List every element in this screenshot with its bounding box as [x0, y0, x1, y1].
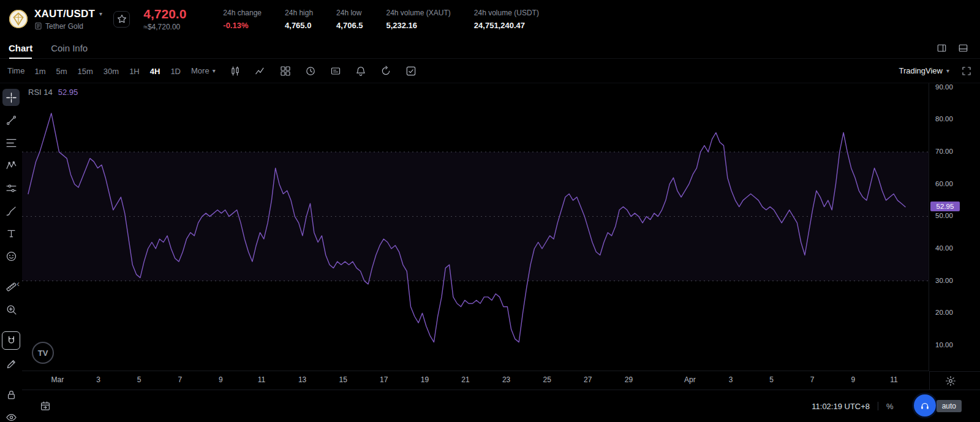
time-scale-tick: 9	[219, 375, 223, 384]
clock[interactable]: 11:02:19 UTC+8	[812, 402, 870, 411]
tradingview-mode-button[interactable]: TradingView ▾	[899, 66, 949, 75]
lock-icon	[6, 389, 17, 401]
tradingview-logo[interactable]: TV	[32, 342, 54, 364]
lock-drawings-tool[interactable]	[2, 386, 20, 403]
brush-tool[interactable]	[2, 202, 20, 219]
interval-15m[interactable]: 15m	[78, 67, 93, 76]
time-scale-tick: 13	[298, 375, 306, 384]
trade-panel-icon[interactable]	[330, 65, 342, 77]
coin-logo	[9, 9, 28, 29]
magnet-icon	[6, 335, 17, 347]
interval-1d[interactable]: 1D	[170, 67, 181, 76]
price-scale-tick: 90.00	[935, 83, 953, 91]
interval-1m[interactable]: 1m	[34, 67, 45, 76]
price-scale-tick: 80.00	[935, 115, 953, 122]
pair-dropdown-caret[interactable]: ▾	[99, 11, 102, 17]
stat-24h-volume-usdt-: 24h volume (USDT) 24,751,240.47	[474, 9, 539, 30]
time-scale-tick: 7	[178, 375, 182, 384]
pair-title: XAUT/USDT	[34, 8, 95, 20]
interval-clock-icon[interactable]	[304, 65, 317, 77]
replay-icon[interactable]	[380, 65, 392, 77]
tab-chart[interactable]: Chart	[9, 38, 32, 58]
support-button[interactable]	[914, 394, 936, 416]
indicators-icon[interactable]	[254, 65, 266, 77]
trend-line-tool[interactable]	[2, 111, 20, 129]
fullscreen-button[interactable]	[960, 65, 973, 77]
scale-settings-corner	[929, 371, 980, 390]
magnet-tool[interactable]	[2, 331, 20, 350]
tradingview-label: TradingView	[899, 66, 943, 75]
divider	[878, 402, 878, 410]
xabcd-pattern-tool[interactable]	[2, 157, 20, 174]
scale-settings-gear-icon[interactable]	[944, 375, 957, 387]
rsi-chart[interactable]	[22, 83, 929, 371]
time-scale-tick: 5	[769, 375, 774, 384]
price-fiat-approx: ≈$4,720.00	[143, 23, 205, 31]
drawing-toolbar	[0, 83, 22, 422]
stat-24h-change: 24h change -0.13%	[223, 9, 262, 30]
fib-retracement-tool[interactable]	[2, 134, 20, 151]
stat-label: 24h volume (XAUT)	[386, 9, 450, 17]
price-scale-tick: 60.00	[935, 180, 953, 187]
auto-scale-button[interactable]: auto	[937, 400, 962, 412]
toggle-visibility-tool[interactable]	[2, 409, 20, 422]
tab-coin-info[interactable]: Coin Info	[51, 38, 88, 58]
panel-right-icon[interactable]	[935, 42, 948, 55]
indicator-name: RSI 14	[28, 88, 53, 97]
alert-bell-icon[interactable]	[355, 65, 367, 77]
price-scale[interactable]: 90.0080.0070.0060.0050.0040.0030.0020.00…	[929, 83, 980, 371]
favorite-button[interactable]	[113, 11, 130, 28]
zoom-in-tool[interactable]	[2, 301, 20, 318]
time-scale-tick: 9	[851, 375, 855, 384]
layout-grid-icon[interactable]	[279, 65, 292, 77]
interval-4h[interactable]: 4H	[150, 67, 160, 76]
ruler-icon	[6, 281, 17, 293]
time-scale-tick: 3	[729, 375, 733, 384]
order-confirm-icon[interactable]	[405, 65, 417, 77]
text-tool[interactable]	[2, 225, 20, 242]
time-scale-tick: Mar	[51, 375, 64, 384]
eye-icon	[6, 412, 17, 422]
hide-drawings-tool[interactable]	[2, 355, 20, 372]
stat-24h-volume-xaut-: 24h volume (XAUT) 5,232.16	[386, 9, 450, 30]
sliders-icon	[6, 183, 17, 194]
time-scale-tick: 11	[890, 375, 897, 384]
header: XAUT/USDT ▾ Tether Gold 4,720.0 ≈$4,720.…	[0, 0, 980, 38]
stat-value: 4,765.0	[285, 21, 313, 30]
audit-icon	[34, 22, 42, 30]
candle-style-icon[interactable]	[229, 65, 241, 77]
text-icon	[6, 228, 17, 239]
emoji-tool[interactable]	[2, 247, 20, 265]
long-short-tool[interactable]	[2, 179, 20, 197]
time-scale-tick: 15	[339, 375, 347, 384]
chart-area: RSI 14 52.95 TV	[22, 83, 929, 371]
trading-chart-page: XAUT/USDT ▾ Tether Gold 4,720.0 ≈$4,720.…	[0, 0, 980, 422]
crosshair-tool[interactable]	[2, 89, 20, 106]
time-scale[interactable]: Mar357911131517192123252729Apr357911	[22, 371, 929, 390]
price-scale-tick: 30.00	[935, 277, 953, 284]
interval-30m[interactable]: 30m	[104, 67, 119, 76]
percent-scale-button[interactable]: %	[886, 402, 894, 411]
zoom-in-icon	[6, 304, 17, 315]
sidebar-collapse-chevron[interactable]: ‹	[17, 279, 20, 288]
chart-toolbar: Time 1m5m15m30m1H4H1D More ▾ TradingView…	[0, 59, 980, 83]
stat-label: 24h change	[223, 9, 262, 17]
interval-5m[interactable]: 5m	[56, 67, 67, 76]
panel-bottom-icon[interactable]	[957, 42, 969, 55]
ticker-stats: 24h change -0.13%24h high 4,765.024h low…	[223, 9, 539, 30]
more-label: More	[191, 66, 209, 75]
more-intervals-button[interactable]: More ▾	[191, 66, 216, 75]
price-scale-tick: 50.00	[935, 212, 953, 219]
stat-value: 24,751,240.47	[474, 21, 539, 30]
price-scale-tick: 40.00	[935, 244, 953, 252]
price-scale-tick: 70.00	[935, 148, 953, 155]
fib-retracement-icon	[6, 137, 17, 149]
time-scale-tick: 17	[380, 375, 388, 384]
goto-date-button[interactable]	[39, 400, 51, 412]
time-scale-tick: 19	[421, 375, 429, 384]
price-scale-tick: 20.00	[935, 309, 953, 316]
stat-label: 24h low	[336, 9, 363, 17]
time-label: Time	[7, 66, 24, 75]
interval-1h[interactable]: 1H	[129, 67, 140, 76]
indicator-legend[interactable]: RSI 14 52.95	[28, 88, 78, 97]
